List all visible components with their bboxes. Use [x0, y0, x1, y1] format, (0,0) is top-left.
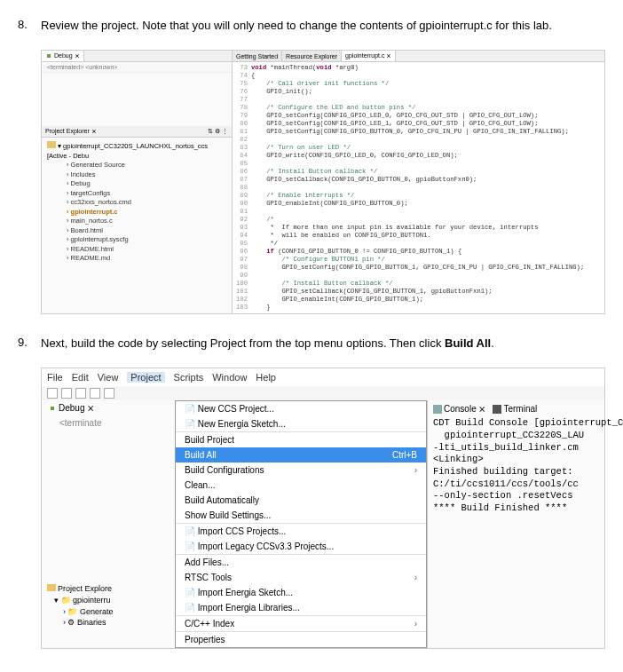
toolbar[interactable]: [42, 386, 604, 400]
project-explorer-title: Project Explorer ⨯⇅ ⚙ ⋮: [42, 126, 232, 138]
menu-item[interactable]: Build AllCtrl+B: [176, 447, 426, 462]
bug-icon: [49, 405, 56, 412]
menu-bar-item[interactable]: Project: [127, 372, 164, 383]
debug-tab[interactable]: Debug ⨯: [42, 400, 175, 415]
project-root[interactable]: ▾ gpiointerrupt_CC3220S_LAUNCHXL_nortos_…: [47, 141, 226, 161]
menu-item[interactable]: Build Project: [176, 432, 426, 447]
ide-screenshot-1: Debug ⨯ <terminated> <unknown> Project E…: [41, 50, 605, 314]
tree-item[interactable]: › gpiointerrupt.c: [47, 208, 226, 217]
menu-bar-item[interactable]: File: [47, 372, 63, 383]
console-tab[interactable]: Console ⨯: [433, 404, 485, 414]
menu-bar[interactable]: FileEditViewProjectScriptsWindowHelp: [42, 368, 604, 386]
console-panel: Console ⨯ Terminal CDT Build Console [gp…: [427, 400, 604, 648]
menu-item[interactable]: Show Build Settings...: [176, 508, 426, 523]
editor-tabs[interactable]: Getting StartedResource Explorergpiointe…: [233, 51, 604, 62]
menu-item[interactable]: Clean...: [176, 478, 426, 493]
project-menu-dropdown[interactable]: 📄 New CCS Project...📄 New Energia Sketch…: [175, 400, 427, 648]
terminate-label: <terminate: [42, 415, 175, 431]
project-explorer-bottom[interactable]: Project Explore ▾ 📁 gpiointerru › 📁 Gene…: [42, 581, 175, 629]
step-number: 9.: [18, 336, 41, 352]
step-text: Review the project. Note that you will o…: [41, 18, 605, 34]
console-icon: [433, 405, 442, 414]
editor-pane: Getting StartedResource Explorergpiointe…: [233, 51, 604, 313]
tree-item[interactable]: › README.html: [47, 245, 226, 255]
menu-item[interactable]: 📄 Import Energia Libraries...: [176, 600, 426, 615]
left-column: Debug ⨯ <terminate Project Explore ▾ 📁 g…: [42, 400, 175, 648]
menu-bar-item[interactable]: Scripts: [174, 372, 204, 383]
terminal-tab[interactable]: Terminal: [493, 404, 537, 414]
menu-item[interactable]: Add Files...: [176, 555, 426, 570]
tree-item[interactable]: › main_nortos.c: [47, 217, 226, 226]
tree-item[interactable]: › gpiointerrupt.syscfg: [47, 235, 226, 245]
terminated-label: <terminated> <unknown>: [42, 62, 232, 73]
tree-item[interactable]: › cc32xxs_nortos.cmd: [47, 198, 226, 208]
editor-tab[interactable]: Getting Started: [233, 51, 282, 61]
left-pane: Debug ⨯ <terminated> <unknown> Project E…: [42, 51, 233, 313]
tree-item[interactable]: › Includes: [47, 170, 226, 180]
step-number: 8.: [18, 18, 41, 34]
menu-bar-item[interactable]: Window: [212, 372, 247, 383]
menu-bar-item[interactable]: View: [98, 372, 119, 383]
menu-bar-item[interactable]: Help: [256, 372, 276, 383]
terminal-icon: [493, 405, 501, 414]
tree-item[interactable]: › Board.html: [47, 226, 226, 236]
tree-item[interactable]: › Generated Source: [47, 161, 226, 170]
step-text: Next, build the code by selecting Projec…: [41, 336, 605, 352]
menu-item[interactable]: Build Configurations: [176, 462, 426, 478]
menu-item[interactable]: 📄 New CCS Project...: [176, 401, 426, 416]
code-editor[interactable]: 73 74 75 76 77 78 79 80 81 82 83 84 85 8…: [233, 62, 604, 313]
menu-item[interactable]: 📄 Import Energia Sketch...: [176, 585, 426, 600]
step-9: 9. Next, build the code by selecting Pro…: [18, 336, 605, 352]
tree-item[interactable]: › targetConfigs: [47, 189, 226, 199]
menu-bar-item[interactable]: Edit: [72, 372, 89, 383]
debug-tab[interactable]: Debug ⨯: [42, 51, 84, 61]
menu-item[interactable]: Properties: [176, 632, 426, 647]
editor-tab[interactable]: gpiointerrupt.c ⨯: [342, 51, 396, 61]
folder-icon: [47, 584, 56, 591]
step-8: 8. Review the project. Note that you wil…: [18, 18, 605, 34]
console-output: CDT Build Console [gpiointerrupt_C gpioi…: [433, 417, 599, 514]
tree-item[interactable]: › Debug: [47, 179, 226, 189]
menu-item[interactable]: 📄 Import CCS Projects...: [176, 524, 426, 539]
editor-tab[interactable]: Resource Explorer: [282, 51, 342, 61]
tree-item[interactable]: › README.md: [47, 254, 226, 264]
menu-item[interactable]: 📄 New Energia Sketch...: [176, 416, 426, 431]
menu-item[interactable]: 📄 Import Legacy CCSv3.3 Projects...: [176, 539, 426, 554]
ide-screenshot-2: FileEditViewProjectScriptsWindowHelp Deb…: [41, 368, 605, 649]
bug-icon: [45, 52, 52, 59]
menu-item[interactable]: Build Automatically: [176, 493, 426, 508]
menu-item[interactable]: C/C++ Index: [176, 616, 426, 631]
menu-item[interactable]: RTSC Tools: [176, 570, 426, 585]
project-tree[interactable]: ▾ gpiointerrupt_CC3220S_LAUNCHXL_nortos_…: [42, 138, 232, 267]
